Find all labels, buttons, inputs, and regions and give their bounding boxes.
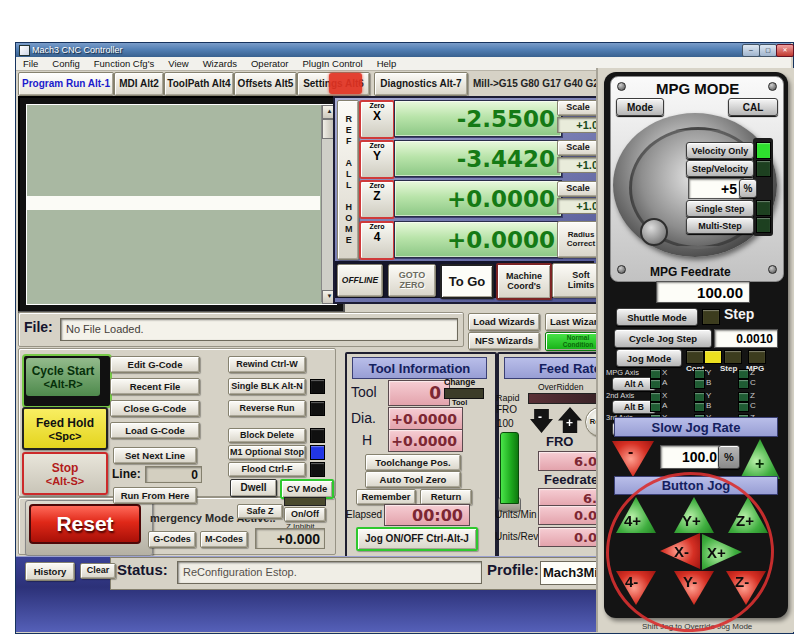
menu-view[interactable]: View [161, 58, 195, 69]
remember-button[interactable]: Remember [356, 489, 416, 505]
h-value[interactable]: +0.0000 [388, 429, 463, 452]
dial-knob[interactable] [640, 218, 668, 246]
single-blk-button[interactable]: Single BLK Alt-N [228, 378, 306, 395]
tool-number-value[interactable]: 0 [388, 380, 450, 406]
machine-coords-button[interactable]: Machine Coord's [496, 263, 552, 300]
offline-button[interactable]: OFFLINE [337, 264, 383, 297]
tab-diagnostics[interactable]: Diagnostics Alt-7 [374, 72, 468, 96]
toolchange-pos-button[interactable]: Toolchange Pos. [365, 454, 461, 471]
z-inhibit-value[interactable]: +0.000 [255, 528, 325, 549]
jog-mode-button[interactable]: Jog Mode [616, 349, 682, 367]
dia-value[interactable]: +0.0000 [388, 407, 463, 430]
menu-plugin-control[interactable]: PlugIn Control [295, 58, 369, 69]
reset-button[interactable]: Reset [25, 500, 153, 556]
feed-rate-title: Feed Rate [539, 361, 601, 376]
scale-z-button[interactable]: Scale [557, 181, 599, 197]
zero-y-button[interactable]: Zero Y [359, 140, 395, 179]
dro-x-value[interactable]: -2.5500 [394, 100, 562, 137]
rapid-fro-label: FRO [496, 404, 517, 415]
m-codes-button[interactable]: M-Codes [200, 531, 248, 548]
dro-y-value[interactable]: -3.4420 [394, 140, 562, 177]
on-off-button[interactable]: On/Off [284, 507, 326, 522]
pendant-mode-button[interactable]: Mode [616, 98, 664, 116]
cycle-jog-step-button[interactable]: Cycle Jog Step [614, 329, 712, 348]
goto-zero-button[interactable]: GOTO ZERO [388, 264, 436, 297]
nfs-wizards-button[interactable]: NFS Wizards [468, 332, 540, 350]
block-delete-button[interactable]: Block Delete [228, 428, 306, 443]
safe-z-label: Safe Z [246, 507, 273, 516]
zero-z-button[interactable]: Zero Z [359, 180, 395, 219]
h-label: H [362, 432, 372, 448]
load-wizards-button[interactable]: Load Wizards [468, 313, 540, 331]
m1-optional-stop-button[interactable]: M1 Optional Stop [228, 445, 306, 460]
menu-operator[interactable]: Operator [244, 58, 296, 69]
run-from-here-button[interactable]: Run From Here [113, 487, 197, 504]
fro-value[interactable]: 6.0 [538, 451, 601, 471]
scale-x-button[interactable]: Scale [557, 100, 599, 116]
auto-tool-zero-button[interactable]: Auto Tool Zero [365, 471, 461, 488]
menu-config[interactable]: Config [45, 58, 86, 69]
cycle-jog-step-value[interactable]: 0.0010 [714, 329, 778, 348]
ref-all-home-button[interactable]: REF ALL HOME [337, 100, 359, 260]
zero-x-button[interactable]: Zero X [359, 100, 395, 139]
minimize-button[interactable]: – [742, 44, 760, 57]
title-bar[interactable]: Mach3 CNC Controller [16, 43, 791, 57]
rewind-button[interactable]: Rewind Ctrl-W [228, 356, 306, 373]
rapid-fro-slider[interactable] [500, 432, 519, 504]
menu-function-cfgs[interactable]: Function Cfg's [87, 58, 161, 69]
cv-mode-button[interactable]: CV Mode [280, 479, 334, 499]
feed-hold-button[interactable]: Feed Hold <Spc> [22, 407, 108, 450]
axis-led [738, 402, 749, 412]
single-step-button[interactable]: Single Step [686, 200, 754, 217]
set-next-line-button[interactable]: Set Next Line [113, 447, 197, 464]
recent-file-button[interactable]: Recent File [110, 378, 200, 395]
menu-file[interactable]: File [16, 58, 45, 69]
mpg-feedrate-value[interactable]: 100.00 [656, 281, 750, 303]
safe-z-button[interactable]: Safe Z [237, 504, 283, 519]
dro-4-value[interactable]: +0.0000 [394, 221, 562, 258]
percent-button[interactable]: % [739, 179, 757, 198]
dwell-button[interactable]: Dwell [230, 479, 277, 497]
velocity-only-button[interactable]: Velocity Only [686, 142, 754, 159]
maximize-button[interactable]: ▢ [759, 44, 777, 57]
history-button[interactable]: History [25, 562, 75, 581]
tab-label: Offsets Alt5 [238, 79, 294, 90]
menu-wizards[interactable]: Wizards [196, 58, 244, 69]
scale-y-button[interactable]: Scale [557, 140, 599, 156]
tab-offsets[interactable]: Offsets Alt5 [234, 72, 297, 96]
zero-4-button[interactable]: Zero 4 [359, 221, 395, 260]
cycle-start-button[interactable]: Cycle Start <Alt-R> [22, 354, 112, 408]
flood-button[interactable]: Flood Ctrl-F [228, 462, 306, 477]
tab-program-run[interactable]: Program Run Alt-1 [18, 72, 114, 96]
step-percent-field[interactable]: +5 [688, 178, 744, 199]
clear-button[interactable]: Clear [80, 563, 116, 579]
slow-jog-value[interactable]: 100.0 [660, 445, 722, 469]
multi-step-button[interactable]: Multi-Step [686, 217, 754, 234]
close-gcode-button[interactable]: Close G-Code [110, 400, 200, 417]
jog-onoff-button[interactable]: Jog ON/OFF Ctrl-Alt-J [356, 527, 478, 551]
menu-help[interactable]: Help [370, 58, 404, 69]
dro-value: -2.5500 [457, 106, 555, 132]
to-go-button[interactable]: To Go [440, 264, 494, 299]
elapsed-value: 00:00 [384, 504, 470, 526]
stop-button[interactable]: Stop <Alt-S> [22, 452, 108, 495]
dro-z-value[interactable]: +0.0000 [394, 180, 562, 217]
line-value[interactable]: 0 [145, 466, 202, 483]
load-gcode-button[interactable]: Load G-Code [110, 422, 200, 439]
slow-jog-percent-button[interactable]: % [718, 445, 740, 469]
step-velocity-button[interactable]: Step/Velocity [686, 160, 754, 177]
g-codes-button[interactable]: G-Codes [148, 531, 196, 548]
reverse-run-button[interactable]: Reverse Run [228, 400, 306, 417]
tab-mdi[interactable]: MDI Alt2 [114, 72, 164, 96]
shuttle-mode-button[interactable]: Shuttle Mode [616, 308, 698, 326]
tab-toolpath[interactable]: ToolPath Alt4 [164, 72, 234, 96]
return-button[interactable]: Return [420, 489, 472, 505]
shuttle-mode-led [702, 309, 720, 325]
close-button[interactable]: ✕ [776, 44, 794, 57]
units-min-value: 0.0 [538, 505, 601, 525]
file-field[interactable]: No File Loaded. [60, 318, 458, 341]
pendant-cal-button[interactable]: CAL [728, 98, 778, 116]
tab-label: ToolPath Alt4 [167, 79, 230, 90]
edit-gcode-button[interactable]: Edit G-Code [110, 356, 200, 373]
jog-mode-led-2 [704, 350, 722, 364]
